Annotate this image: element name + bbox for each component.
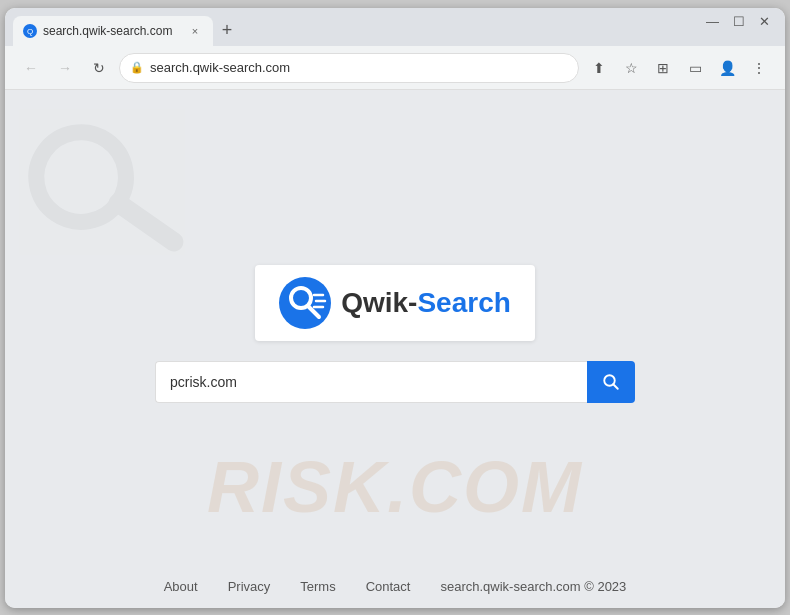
logo-search-text: Search xyxy=(417,287,510,318)
extensions-button[interactable]: ⊞ xyxy=(649,54,677,82)
privacy-link[interactable]: Privacy xyxy=(228,579,271,594)
tab-close-button[interactable]: × xyxy=(187,23,203,39)
navigation-bar: ← → ↻ 🔒 search.qwik-search.com ⬆ ☆ ⊞ ▭ 👤… xyxy=(5,46,785,90)
title-bar: Q search.qwik-search.com × + — ☐ ✕ xyxy=(5,8,785,46)
search-button-icon xyxy=(602,373,620,391)
logo-qwik-text: Qwik xyxy=(341,287,408,318)
svg-line-9 xyxy=(613,384,618,389)
main-content: Qwik-Search xyxy=(155,265,635,403)
account-button[interactable]: 👤 xyxy=(713,54,741,82)
svg-point-0 xyxy=(29,125,133,229)
page-content: RISK.COM xyxy=(5,90,785,608)
tab-title: search.qwik-search.com xyxy=(43,24,181,38)
maximize-button[interactable]: ☐ xyxy=(733,14,745,29)
browser-window: Q search.qwik-search.com × + — ☐ ✕ ← → ↻… xyxy=(5,8,785,608)
search-button[interactable] xyxy=(587,361,635,403)
watermark-magnifier-icon xyxy=(7,97,192,282)
logo-icon xyxy=(279,277,331,329)
svg-point-2 xyxy=(279,277,331,329)
logo-text: Qwik-Search xyxy=(341,287,511,319)
nav-actions: ⬆ ☆ ⊞ ▭ 👤 ⋮ xyxy=(585,54,773,82)
menu-button[interactable]: ⋮ xyxy=(745,54,773,82)
cast-button[interactable]: ▭ xyxy=(681,54,709,82)
url-text: search.qwik-search.com xyxy=(150,60,568,75)
about-link[interactable]: About xyxy=(164,579,198,594)
logo-box: Qwik-Search xyxy=(255,265,535,341)
contact-link[interactable]: Contact xyxy=(366,579,411,594)
copyright-text: search.qwik-search.com © 2023 xyxy=(440,579,626,594)
window-controls: — ☐ ✕ xyxy=(706,14,770,29)
svg-line-1 xyxy=(118,195,174,251)
qwik-search-logo-svg xyxy=(279,277,331,329)
forward-button[interactable]: → xyxy=(51,54,79,82)
minimize-button[interactable]: — xyxy=(706,14,719,29)
tab-favicon: Q xyxy=(23,24,37,38)
search-input[interactable] xyxy=(155,361,587,403)
tab-bar: Q search.qwik-search.com × + xyxy=(13,16,777,46)
watermark-text: RISK.COM xyxy=(207,446,583,528)
lock-icon: 🔒 xyxy=(130,61,144,74)
back-button[interactable]: ← xyxy=(17,54,45,82)
bookmark-button[interactable]: ☆ xyxy=(617,54,645,82)
search-container xyxy=(155,361,635,403)
close-window-button[interactable]: ✕ xyxy=(759,14,770,29)
address-bar[interactable]: 🔒 search.qwik-search.com xyxy=(119,53,579,83)
active-tab[interactable]: Q search.qwik-search.com × xyxy=(13,16,213,46)
reload-button[interactable]: ↻ xyxy=(85,54,113,82)
terms-link[interactable]: Terms xyxy=(300,579,335,594)
new-tab-button[interactable]: + xyxy=(213,16,241,44)
page-footer: About Privacy Terms Contact search.qwik-… xyxy=(5,564,785,608)
share-button[interactable]: ⬆ xyxy=(585,54,613,82)
